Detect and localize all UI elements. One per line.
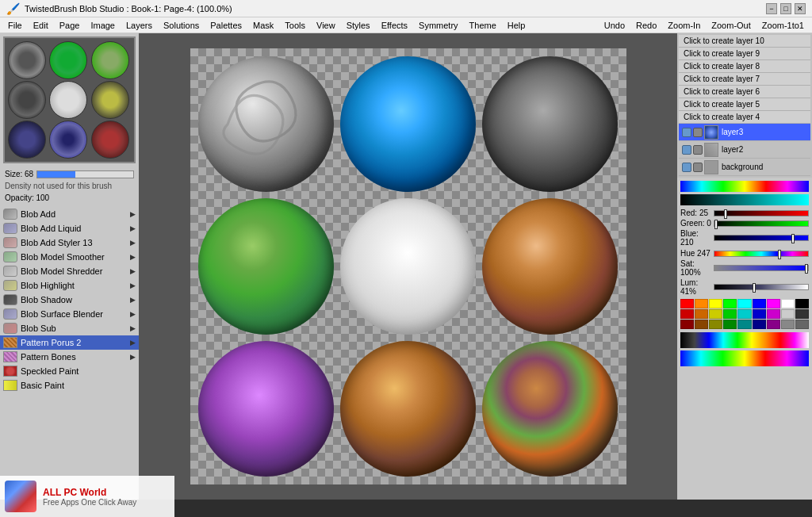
create-layer-5-button[interactable]: Click to create layer 5 <box>679 98 810 111</box>
blue-slider[interactable] <box>714 235 809 241</box>
gradient-bar-1[interactable] <box>680 332 809 348</box>
brush-item-speckled[interactable]: Speckled Paint <box>0 364 139 378</box>
create-layer-8-button[interactable]: Click to create layer 8 <box>679 60 810 73</box>
titlebar-controls: − □ ✕ <box>766 3 806 14</box>
brush-item-blob-shadow[interactable]: Blob Shadow ▶ <box>0 293 139 307</box>
swatch-darkolive[interactable] <box>709 320 722 329</box>
swatch-midgray[interactable] <box>795 320 809 329</box>
swatch-maroon[interactable] <box>680 320 694 329</box>
lum-slider[interactable] <box>714 284 809 290</box>
swatch-indigo[interactable] <box>767 320 780 329</box>
swatch-navy[interactable] <box>753 309 766 319</box>
menu-page[interactable]: Page <box>55 19 85 32</box>
brush-item-basic[interactable]: Basic Paint <box>0 378 139 393</box>
layer-eye-icon-3[interactable] <box>682 128 691 137</box>
menu-edit[interactable]: Edit <box>29 19 53 32</box>
swatch-sienna[interactable] <box>695 320 708 329</box>
layer-eye-icon-2[interactable] <box>682 145 691 155</box>
swatch-yellow[interactable] <box>709 299 722 308</box>
toolbar-undo[interactable]: Undo <box>599 19 630 32</box>
brush-item-blob-shredder[interactable]: Blob Model Shredder ▶ <box>0 264 139 278</box>
create-layer-4-button[interactable]: Click to create layer 4 <box>679 111 810 124</box>
blob-grid <box>198 56 619 477</box>
toolbar-zoom-in[interactable]: Zoom-In <box>663 19 705 32</box>
brush-item-blob-add[interactable]: Blob Add ▶ <box>0 207 139 221</box>
menu-tools[interactable]: Tools <box>280 19 310 32</box>
menu-palettes[interactable]: Palettes <box>205 19 247 32</box>
brush-item-pattern-bones[interactable]: Pattern Bones ▶ <box>0 350 139 364</box>
left-panel: Size: 68 Density not used for this brush… <box>0 33 139 500</box>
create-layer-10-button[interactable]: Click to create layer 10 <box>679 35 810 48</box>
swatch-darkgray[interactable] <box>795 309 809 319</box>
spectrum-bar[interactable] <box>680 181 809 192</box>
layer-lock-icon-2[interactable] <box>693 145 703 155</box>
swatch-brown[interactable] <box>695 309 708 319</box>
brush-item-blob-liquid[interactable]: Blob Add Liquid ▶ <box>0 221 139 236</box>
swatch-darkteal[interactable] <box>737 320 751 329</box>
swatch-gray[interactable] <box>781 320 795 329</box>
layer-lock-icon-3[interactable] <box>693 128 703 137</box>
maximize-button[interactable]: □ <box>780 3 791 14</box>
swatch-teal[interactable] <box>737 309 751 319</box>
swatch-magenta[interactable] <box>767 299 780 308</box>
green-slider[interactable] <box>714 220 809 227</box>
lum-label: Lum: 41% <box>680 278 714 296</box>
brush-item-blob-styler[interactable]: Blob Add Styler 13 ▶ <box>0 236 139 250</box>
swatch-darknavy[interactable] <box>753 320 766 329</box>
menu-image[interactable]: Image <box>86 19 120 32</box>
brush-item-blob-sub[interactable]: Blob Sub ▶ <box>0 321 139 335</box>
swatch-black[interactable] <box>795 299 809 308</box>
layer-row-3[interactable]: layer3 <box>679 124 810 141</box>
menu-file[interactable]: File <box>3 19 27 32</box>
menu-symmetry[interactable]: Symmetry <box>414 19 463 32</box>
swatch-cyan[interactable] <box>737 299 751 308</box>
brush-icon-pattern-porous <box>3 337 17 348</box>
toolbar-zoom-1to1[interactable]: Zoom-1to1 <box>757 19 809 32</box>
swatch-red[interactable] <box>680 299 694 308</box>
menu-help[interactable]: Help <box>503 19 530 32</box>
swatch-darkgreen[interactable] <box>723 309 737 319</box>
canvas-container[interactable] <box>190 48 626 484</box>
minimize-button[interactable]: − <box>766 3 777 14</box>
toolbar-zoom-out[interactable]: Zoom-Out <box>707 19 756 32</box>
swatch-olive[interactable] <box>709 309 722 319</box>
menu-styles[interactable]: Styles <box>342 19 375 32</box>
create-layer-7-button[interactable]: Click to create layer 7 <box>679 73 810 86</box>
swatch-purple[interactable] <box>767 309 780 319</box>
canvas-area[interactable] <box>139 33 677 500</box>
layer-eye-icon-bg[interactable] <box>682 163 691 172</box>
swatch-green[interactable] <box>723 299 737 308</box>
brush-item-pattern-porous[interactable]: Pattern Porus 2 ▶ <box>0 335 139 350</box>
menu-theme[interactable]: Theme <box>465 19 501 32</box>
layer-row-2[interactable]: layer2 <box>679 141 810 159</box>
menu-effects[interactable]: Effects <box>377 19 412 32</box>
create-layer-6-button[interactable]: Click to create layer 6 <box>679 86 810 98</box>
swatch-forest[interactable] <box>723 320 737 329</box>
swatch-silver[interactable] <box>781 309 795 319</box>
menu-layers[interactable]: Layers <box>121 19 157 32</box>
cyan-bar[interactable] <box>680 194 809 205</box>
red-slider[interactable] <box>714 210 809 216</box>
swatch-white[interactable] <box>781 299 795 308</box>
brush-icon-blob-blender <box>3 308 17 320</box>
create-layer-9-button[interactable]: Click to create layer 9 <box>679 48 810 60</box>
size-bar[interactable] <box>36 170 134 178</box>
lum-slider-row: Lum: 41% <box>680 278 809 296</box>
brush-item-blob-blender[interactable]: Blob Surface Blender ▶ <box>0 307 139 321</box>
close-button[interactable]: ✕ <box>795 3 806 14</box>
menu-mask[interactable]: Mask <box>248 19 278 32</box>
swatch-orange[interactable] <box>695 299 708 308</box>
brush-icon-blob-add <box>3 209 17 220</box>
sat-slider[interactable] <box>714 265 809 271</box>
gradient-bar-2[interactable] <box>680 350 809 366</box>
toolbar-redo[interactable]: Redo <box>631 19 661 32</box>
menu-view[interactable]: View <box>312 19 340 32</box>
menu-solutions[interactable]: Solutions <box>159 19 204 32</box>
hue-slider[interactable] <box>714 251 809 257</box>
layer-lock-icon-bg[interactable] <box>693 163 703 172</box>
layer-row-bg[interactable]: background <box>679 159 810 176</box>
brush-item-blob-smoother[interactable]: Blob Model Smoother ▶ <box>0 250 139 264</box>
swatch-blue[interactable] <box>753 299 766 308</box>
swatch-darkred[interactable] <box>680 309 694 319</box>
brush-item-blob-highlight[interactable]: Blob Highlight ▶ <box>0 278 139 293</box>
